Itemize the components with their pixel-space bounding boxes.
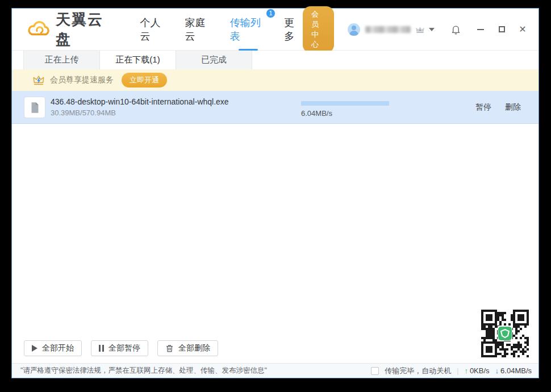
play-icon <box>32 345 37 352</box>
download-arrow-icon: ↓ <box>495 366 499 375</box>
tab-uploading[interactable]: 正在上传 <box>24 51 100 69</box>
user-avatar <box>348 23 360 36</box>
start-all-label: 全部开始 <box>42 343 74 353</box>
start-all-button[interactable]: 全部开始 <box>24 340 82 356</box>
tab-downloading[interactable]: 正在下载(1) <box>100 51 176 69</box>
download-size-progress: 30.39MB/570.94MB <box>51 109 116 117</box>
transfer-list-empty-area: 全部开始 全部暂停 全部删除 <box>12 124 539 363</box>
titlebar-right: 会员中心 <box>303 6 527 53</box>
pause-link[interactable]: 暂停 <box>475 102 491 112</box>
statusbar-divider: | <box>457 367 458 375</box>
batch-action-buttons: 全部开始 全部暂停 全部删除 <box>24 340 218 356</box>
download-speed-value: 6.04MB/s <box>500 366 532 375</box>
auto-shutdown-checkbox[interactable] <box>371 367 379 375</box>
nav-family-cloud[interactable]: 家庭云 <box>185 14 213 45</box>
nav-more[interactable]: 更多 <box>284 14 303 45</box>
close-button[interactable]: ✕ <box>518 25 527 34</box>
upload-speed-value: 0KB/s <box>470 366 490 375</box>
statusbar-right: 传输完毕，自动关机 | ↑ 0KB/s ↓ 6.04MB/s <box>371 366 532 376</box>
transfer-count-badge: 1 <box>266 9 276 18</box>
tab-completed[interactable]: 已完成 <box>176 51 252 69</box>
qr-code <box>481 310 529 357</box>
titlebar: 天翼云盘 个人云 家庭云 传输列表 1 更多 会员中心 <box>12 9 539 51</box>
minimize-button[interactable] <box>476 25 485 34</box>
window-controls: ✕ <box>476 25 527 34</box>
download-speed: 6.04MB/s <box>301 109 332 118</box>
nav-transfer-list-label: 传输列表 <box>230 17 261 42</box>
nav-transfer-list[interactable]: 传输列表 1 <box>230 14 268 45</box>
security-notice: "请严格遵守保密法律法规，严禁在互联网上存储、处理、传输、发布涉密信息" <box>20 366 267 376</box>
delete-all-label: 全部删除 <box>178 343 210 353</box>
total-upload-speed: ↑ 0KB/s <box>464 366 489 375</box>
download-filename: 436.48-desktop-win10-64bit-international… <box>51 97 229 106</box>
app-title: 天翼云盘 <box>56 10 115 49</box>
crown-bolt-icon <box>32 74 45 86</box>
delete-all-button[interactable]: 全部删除 <box>157 340 218 356</box>
app-logo: 天翼云盘 <box>27 10 115 49</box>
pause-all-button[interactable]: 全部暂停 <box>91 340 148 356</box>
cloud-logo-icon <box>27 20 51 38</box>
pause-icon <box>99 345 104 352</box>
username-blurred <box>365 26 411 33</box>
transfer-tabs: 正在上传 正在下载(1) 已完成 <box>12 51 539 69</box>
statusbar: "请严格遵守保密法律法规，严禁在互联网上存储、处理、传输、发布涉密信息" 传输完… <box>12 363 539 378</box>
auto-shutdown-label: 传输完毕，自动关机 <box>385 366 451 376</box>
chevron-down-icon <box>429 28 435 31</box>
maximize-button[interactable] <box>497 25 506 34</box>
vip-crown-icon <box>415 26 425 34</box>
main-nav: 个人云 家庭云 传输列表 1 更多 <box>140 14 302 45</box>
nav-personal-cloud[interactable]: 个人云 <box>140 14 168 45</box>
trash-icon <box>165 344 174 353</box>
speedup-banner-text: 会员尊享提速服务 <box>50 75 114 85</box>
progress-bar <box>301 101 389 106</box>
member-center-button[interactable]: 会员中心 <box>303 6 334 53</box>
pause-all-label: 全部暂停 <box>108 343 140 353</box>
file-icon <box>24 97 45 118</box>
delete-link[interactable]: 删除 <box>505 102 521 112</box>
activate-now-button[interactable]: 立即开通 <box>122 73 167 87</box>
speedup-banner: 会员尊享提速服务 立即开通 <box>12 69 539 91</box>
upload-arrow-icon: ↑ <box>464 366 468 375</box>
total-download-speed: ↓ 6.04MB/s <box>495 366 532 375</box>
notification-bell-icon[interactable] <box>450 24 461 35</box>
app-window: 天翼云盘 个人云 家庭云 传输列表 1 更多 会员中心 <box>11 8 539 378</box>
user-menu[interactable] <box>348 23 435 36</box>
download-row[interactable]: 436.48-desktop-win10-64bit-international… <box>12 91 539 124</box>
